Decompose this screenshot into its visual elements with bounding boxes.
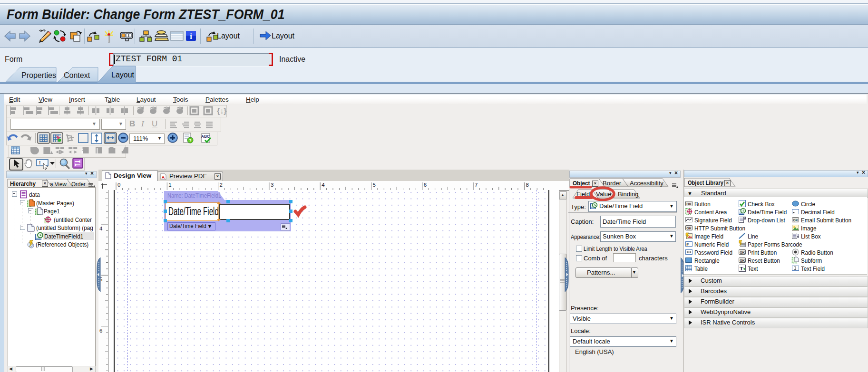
svg-text:T: T [740,266,743,271]
svg-text:{↓}: {↓} [217,107,226,115]
svg-text:OK: OK [686,227,692,230]
svg-text:?: ? [189,138,192,143]
svg-text:I: I [39,160,41,165]
svg-text:OK: OK [740,259,745,262]
svg-text:7: 7 [475,182,478,188]
svg-text:4: 4 [322,182,325,188]
svg-text:OK: OK [793,219,798,222]
svg-text:3: 3 [271,182,273,188]
svg-text:OK: OK [740,251,745,254]
svg-text:6: 6 [424,182,427,188]
svg-text:8: 8 [526,182,528,188]
svg-text:OK: OK [686,202,692,206]
svg-text:1: 1 [168,182,171,188]
svg-text:6: 6 [99,328,102,334]
svg-text:A: A [162,175,165,180]
svg-text:0: 0 [117,182,120,188]
svg-text:2123: 2123 [741,245,745,247]
svg-text:4: 4 [99,226,103,231]
svg-text:i: i [190,32,192,41]
svg-text:5: 5 [373,182,376,188]
svg-text:#: # [686,242,689,247]
svg-text:ABC: ABC [201,134,210,139]
svg-text:2: 2 [220,182,223,188]
